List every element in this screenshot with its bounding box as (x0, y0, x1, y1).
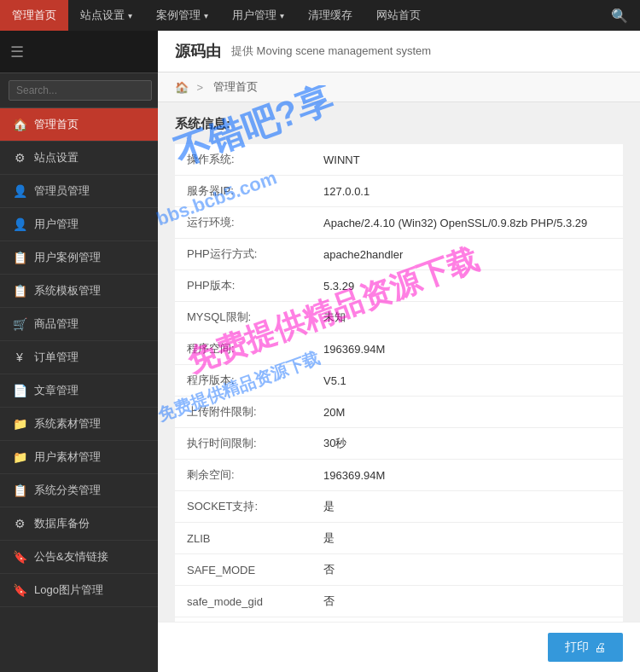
info-label: SAFE_MODE (175, 554, 311, 586)
sidebar-item-用户管理[interactable]: 👤 用户管理 (0, 208, 158, 241)
database-icon: ⚙ (12, 517, 27, 530)
sidebar-item-公告友情链接[interactable]: 🔖 公告&友情链接 (0, 541, 158, 574)
info-value: 是 (311, 523, 623, 554)
breadcrumb-current: 管理首页 (213, 79, 258, 95)
sidebar-item-数据库备份[interactable]: ⚙ 数据库备份 (0, 507, 158, 541)
chevron-down-icon: ▾ (128, 11, 132, 20)
info-label: 上传附件限制: (175, 397, 311, 428)
content-header: 源码由 提供 Moving scene management system (158, 31, 640, 72)
search-input[interactable] (9, 80, 152, 101)
table-row: SOCKET支持:是 (175, 491, 623, 523)
info-label: 服务器IP: (175, 176, 311, 207)
user-media-icon: 📁 (12, 450, 27, 464)
nav-item-4[interactable]: 清理缓存 (296, 0, 364, 31)
breadcrumb: 🏠 > 管理首页 (158, 72, 640, 102)
logo-icon: 🔖 (12, 583, 27, 597)
product-icon: 🛒 (12, 317, 27, 331)
print-section: 打印 🖨 (158, 622, 640, 672)
home-breadcrumb-icon: 🏠 (175, 81, 189, 94)
article-icon: 📄 (12, 384, 27, 397)
sidebar-item-商品管理[interactable]: 🛒 商品管理 (0, 308, 158, 341)
page-title: 源码由 (175, 41, 221, 61)
sidebar-search-container: 🔍 (0, 73, 158, 108)
table-row: safe_mode_gid否 (175, 586, 623, 617)
page-subtitle: 提供 Moving scene management system (231, 43, 431, 59)
info-label: 剩余空间: (175, 460, 311, 491)
sidebar-item-logo管理[interactable]: 🔖 Logo图片管理 (0, 574, 158, 607)
breadcrumb-separator: > (194, 81, 203, 94)
user-icon: 👤 (12, 217, 27, 231)
info-label: ZLIB (175, 523, 311, 554)
info-value: Apache/2.4.10 (Win32) OpenSSL/0.9.8zb PH… (311, 207, 623, 239)
nav-item-5[interactable]: 网站首页 (364, 0, 433, 31)
sidebar-item-用户案例管理[interactable]: 📋 用户案例管理 (0, 241, 158, 275)
nav-item-3[interactable]: 用户管理 ▾ (220, 0, 296, 31)
menu-icon[interactable]: ☰ (10, 43, 24, 61)
nav-item-2[interactable]: 案例管理 ▾ (144, 0, 220, 31)
info-value: WINNT (311, 144, 623, 176)
table-row: 程序空间:196369.94M (175, 333, 623, 365)
system-info-table: 操作系统:WINNT服务器IP:127.0.0.1运行环境:Apache/2.4… (175, 144, 623, 622)
table-row: MYSQL限制:未知 (175, 302, 623, 333)
info-value: V5.1 (311, 365, 623, 397)
sidebar-item-系统分类管理[interactable]: 📋 系统分类管理 (0, 474, 158, 507)
table-row: 服务器IP:127.0.0.1 (175, 176, 623, 207)
table-row: PHP运行方式:apache2handler (175, 239, 623, 270)
table-row: PHP版本:5.3.29 (175, 270, 623, 302)
print-button[interactable]: 打印 🖨 (548, 633, 623, 662)
main-layout: ☰ 🔍 🏠 管理首页 ⚙ 站点设置 👤 管理员管理 👤 用户管理 📋 用户案例管… (0, 31, 640, 672)
sidebar-item-管理首页[interactable]: 🏠 管理首页 (0, 108, 158, 142)
info-label: SOCKET支持: (175, 491, 311, 523)
info-label: 程序空间: (175, 333, 311, 365)
content-area: 源码由 提供 Moving scene management system 🏠 … (158, 31, 640, 672)
nav-item-0[interactable]: 管理首页 (0, 0, 68, 31)
sidebar-logo: ☰ (0, 31, 158, 73)
order-icon: ¥ (12, 350, 27, 364)
info-value: 5.3.29 (311, 270, 623, 302)
announcement-icon: 🔖 (12, 550, 27, 564)
info-value: 127.0.0.1 (311, 176, 623, 207)
sidebar-item-用户素材管理[interactable]: 📁 用户素材管理 (0, 441, 158, 474)
printer-icon: 🖨 (594, 640, 606, 654)
info-value: 否 (311, 554, 623, 586)
template-icon: 📋 (12, 284, 27, 298)
info-value: apache2handler (311, 239, 623, 270)
section-title: 系统信息: (175, 116, 623, 132)
info-value: 30秒 (311, 428, 623, 460)
nav-item-1[interactable]: 站点设置 ▾ (68, 0, 144, 31)
info-label: 操作系统: (175, 144, 311, 176)
sidebar-item-站点设置[interactable]: ⚙ 站点设置 (0, 142, 158, 175)
sidebar-item-订单管理[interactable]: ¥ 订单管理 (0, 341, 158, 374)
sidebar-item-管理员管理[interactable]: 👤 管理员管理 (0, 175, 158, 208)
sidebar-item-文章管理[interactable]: 📄 文章管理 (0, 374, 158, 408)
sidebar-item-系统模板管理[interactable]: 📋 系统模板管理 (0, 275, 158, 308)
info-label: PHP版本: (175, 270, 311, 302)
info-label: PHP运行方式: (175, 239, 311, 270)
settings-icon: ⚙ (12, 151, 27, 165)
info-value: 是 (311, 491, 623, 523)
top-nav: 管理首页 站点设置 ▾ 案例管理 ▾ 用户管理 ▾ 清理缓存 网站首页 🔍 (0, 0, 640, 31)
sidebar-item-系统素材管理[interactable]: 📁 系统素材管理 (0, 408, 158, 441)
table-row: 上传附件限制:20M (175, 397, 623, 428)
info-label: 程序版本: (175, 365, 311, 397)
table-row: ZLIB是 (175, 523, 623, 554)
table-row: 剩余空间:196369.94M (175, 460, 623, 491)
info-value: 196369.94M (311, 460, 623, 491)
table-row: 执行时间限制:30秒 (175, 428, 623, 460)
chevron-down-icon: ▾ (280, 11, 284, 20)
table-row: 程序版本:V5.1 (175, 365, 623, 397)
table-row: 运行环境:Apache/2.4.10 (Win32) OpenSSL/0.9.8… (175, 207, 623, 239)
admin-icon: 👤 (12, 184, 27, 198)
sidebar: ☰ 🔍 🏠 管理首页 ⚙ 站点设置 👤 管理员管理 👤 用户管理 📋 用户案例管… (0, 31, 158, 672)
info-label: 执行时间限制: (175, 428, 311, 460)
table-row: SAFE_MODE否 (175, 554, 623, 586)
info-label: MYSQL限制: (175, 302, 311, 333)
print-label: 打印 (565, 640, 589, 655)
system-media-icon: 📁 (12, 417, 27, 431)
home-icon: 🏠 (12, 118, 27, 131)
system-info-container: 系统信息: 操作系统:WINNT服务器IP:127.0.0.1运行环境:Apac… (158, 102, 640, 622)
table-row: 操作系统:WINNT (175, 144, 623, 176)
case-icon: 📋 (12, 251, 27, 264)
search-icon[interactable]: 🔍 (599, 8, 640, 24)
info-value: 否 (311, 586, 623, 617)
